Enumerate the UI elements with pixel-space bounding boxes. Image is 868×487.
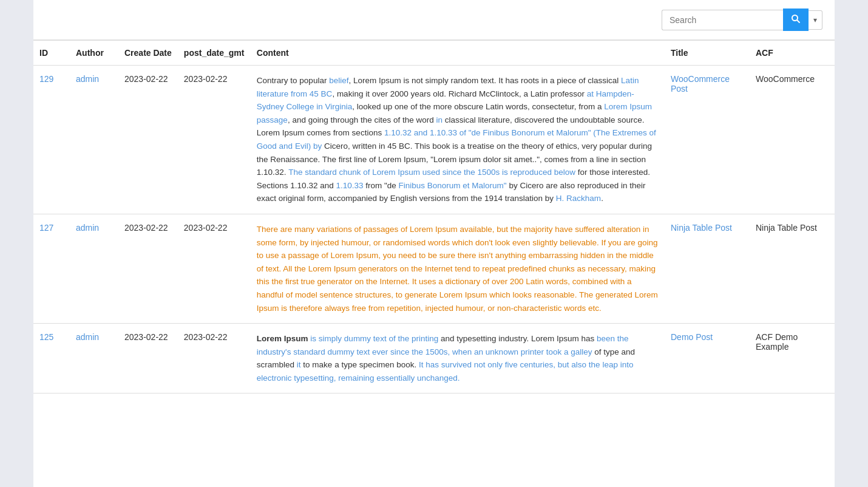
cell-author-125: admin <box>70 324 118 393</box>
col-header-content: Content <box>251 41 665 66</box>
row-author-link-125[interactable]: admin <box>76 332 99 342</box>
col-header-acf: ACF <box>750 41 835 66</box>
svg-line-1 <box>797 20 800 23</box>
content-text-129: Contrary to popular belief, Lorem Ipsum … <box>257 74 659 205</box>
page-wrapper: ▾ ID Author Create Date post_date_gmt Co… <box>33 0 835 487</box>
table-row: 127 admin 2023-02-22 2023-02-22 There ar… <box>33 214 835 323</box>
search-button[interactable] <box>783 9 809 31</box>
cell-acf-125: ACF Demo Example <box>750 324 835 393</box>
row-title-link-127[interactable]: Ninja Table Post <box>671 223 732 233</box>
search-container: ▾ <box>662 9 822 31</box>
cell-title-129: WooCommerce Post <box>665 66 750 214</box>
row-id-link-127[interactable]: 127 <box>39 223 53 233</box>
cell-id-127: 127 <box>33 214 70 323</box>
cell-title-125: Demo Post <box>665 324 750 393</box>
col-header-create-date: Create Date <box>118 41 178 66</box>
data-table: ID Author Create Date post_date_gmt Cont… <box>33 40 835 393</box>
cell-content-129: Contrary to popular belief, Lorem Ipsum … <box>251 66 665 214</box>
cell-id-125: 125 <box>33 324 70 393</box>
cell-id-129: 129 <box>33 66 70 214</box>
table-row: 129 admin 2023-02-22 2023-02-22 Contrary… <box>33 66 835 214</box>
search-dropdown-button[interactable]: ▾ <box>809 10 822 30</box>
top-bar: ▾ <box>33 0 835 40</box>
cell-content-125: Lorem Ipsum is simply dummy text of the … <box>251 324 665 393</box>
content-text-127: There are many variations of passages of… <box>257 223 659 315</box>
cell-acf-127: Ninja Table Post <box>750 214 835 323</box>
table-header-row: ID Author Create Date post_date_gmt Cont… <box>33 41 835 66</box>
row-title-link-129[interactable]: WooCommerce Post <box>671 74 730 94</box>
cell-author-127: admin <box>70 214 118 323</box>
col-header-author: Author <box>70 41 118 66</box>
cell-create-date-129: 2023-02-22 <box>118 66 178 214</box>
cell-author-129: admin <box>70 66 118 214</box>
cell-acf-129: WooCommerce <box>750 66 835 214</box>
table-row: 125 admin 2023-02-22 2023-02-22 Lorem Ip… <box>33 324 835 393</box>
col-header-id: ID <box>33 41 70 66</box>
row-author-link-127[interactable]: admin <box>76 223 99 233</box>
col-header-post-date-gmt: post_date_gmt <box>178 41 251 66</box>
row-id-link-125[interactable]: 125 <box>39 332 53 342</box>
search-input[interactable] <box>662 10 783 30</box>
cell-post-date-gmt-127: 2023-02-22 <box>178 214 251 323</box>
cell-content-127: There are many variations of passages of… <box>251 214 665 323</box>
cell-create-date-125: 2023-02-22 <box>118 324 178 393</box>
row-title-link-125[interactable]: Demo Post <box>671 332 713 342</box>
content-text-125: Lorem Ipsum is simply dummy text of the … <box>257 332 659 384</box>
search-icon <box>791 14 801 24</box>
cell-post-date-gmt-129: 2023-02-22 <box>178 66 251 214</box>
svg-point-0 <box>792 15 798 21</box>
col-header-title: Title <box>665 41 750 66</box>
cell-post-date-gmt-125: 2023-02-22 <box>178 324 251 393</box>
row-id-link-129[interactable]: 129 <box>39 74 53 84</box>
cell-create-date-127: 2023-02-22 <box>118 214 178 323</box>
row-author-link-129[interactable]: admin <box>76 74 99 84</box>
cell-title-127: Ninja Table Post <box>665 214 750 323</box>
